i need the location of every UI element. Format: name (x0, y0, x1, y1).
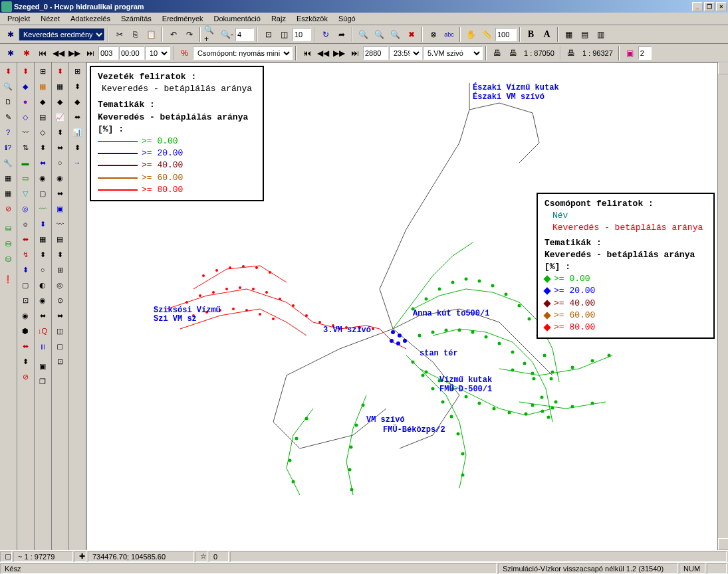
menu-rajz[interactable]: Rajz (267, 14, 291, 23)
vt3-13[interactable]: ⬍ (35, 247, 50, 262)
vt3-16[interactable]: ◉ (35, 293, 50, 308)
vt3-21[interactable]: ❐ (35, 374, 50, 389)
find-mag-icon[interactable]: 🔍 (388, 27, 403, 42)
close-button[interactable]: × (716, 2, 727, 11)
vt3-10[interactable]: 〰 (35, 201, 50, 216)
net-icon[interactable]: ✱ (3, 27, 18, 42)
vt1-3[interactable]: 🗋 (1, 94, 15, 109)
frame2-input[interactable] (363, 47, 388, 60)
vt4-11[interactable]: 〰 (53, 217, 67, 231)
vt4-18[interactable]: ◫ (53, 324, 67, 338)
vt2-1[interactable]: ⬍ (18, 64, 33, 78)
percent-icon[interactable]: % (177, 46, 192, 60)
vt1-1[interactable]: ⬍ (1, 64, 15, 78)
snap-icon[interactable]: ⊗ (425, 27, 441, 42)
vt4-5[interactable]: ⬍ (53, 125, 67, 140)
scale-input[interactable] (495, 28, 517, 41)
vt2-3[interactable]: ● (18, 94, 33, 109)
font-button[interactable]: A (539, 27, 554, 42)
pan-input[interactable] (293, 28, 311, 41)
vt3-7[interactable]: ⬌ (35, 155, 50, 170)
prev-icon[interactable]: ◀◀ (51, 46, 66, 60)
vt4-19[interactable]: ▢ (53, 339, 67, 353)
vt1-db2[interactable]: ⛁ (1, 237, 15, 251)
vt1-2[interactable]: 🔍 (1, 79, 15, 94)
prev2-icon[interactable]: ◀◀ (315, 46, 330, 60)
vt4-3[interactable]: ◆ (53, 94, 67, 109)
vt3-19[interactable]: ⫼ (35, 339, 50, 353)
pointer-icon[interactable]: ➦ (334, 27, 349, 42)
vt3-20[interactable]: ▣ (35, 359, 50, 373)
results-select[interactable]: Keveredés eredmények: v (19, 28, 105, 41)
cancel-icon[interactable]: ✖ (404, 27, 419, 42)
print3-icon[interactable]: 🖶 (564, 46, 579, 60)
vt3-6[interactable]: ⬍ (35, 140, 50, 155)
vt1-db1[interactable]: ⛁ (1, 221, 15, 236)
cut-icon[interactable]: ✂ (112, 27, 127, 42)
next2-icon[interactable]: ▶▶ (331, 46, 346, 60)
restore-button[interactable]: ❐ (704, 2, 715, 11)
refresh-icon[interactable]: ↻ (318, 27, 333, 42)
bold-button[interactable]: B (523, 27, 539, 42)
zoom-input[interactable] (235, 28, 254, 41)
vt5-4[interactable]: ⬌ (70, 110, 84, 124)
find-blue-icon[interactable]: 🔍 (372, 27, 387, 42)
hand-icon[interactable]: ✋ (463, 27, 479, 42)
vt1-10[interactable]: ⊘ (1, 201, 15, 216)
last-icon[interactable]: ⏭ (82, 46, 98, 60)
undo-icon[interactable]: ↶ (166, 27, 181, 42)
vt5-2[interactable]: ⬍ (70, 79, 84, 94)
vt2-19[interactable]: ⬌ (18, 339, 33, 353)
vt3-9[interactable]: ▢ (35, 186, 50, 201)
table1-icon[interactable]: ▦ (561, 27, 576, 42)
vt4-4[interactable]: 📈 (53, 110, 67, 124)
vt3-11[interactable]: ⬍ (35, 217, 50, 231)
vt1-8[interactable]: ▦ (1, 171, 15, 185)
vt1-4[interactable]: ✎ (1, 110, 15, 124)
print2-icon[interactable]: 🖶 (505, 46, 521, 60)
vt4-8[interactable]: ◉ (53, 171, 67, 185)
menu-projekt[interactable]: Projekt (3, 14, 35, 23)
vt2-15[interactable]: ▢ (18, 278, 33, 292)
vt2-7[interactable]: ▬ (18, 155, 33, 170)
vt4-12[interactable]: ▤ (53, 232, 67, 246)
vt3-18[interactable]: ↓Q (35, 324, 50, 338)
vt4-14[interactable]: ⊞ (53, 262, 67, 277)
find-red-icon[interactable]: 🔍 (356, 27, 371, 42)
win-input[interactable] (638, 47, 652, 60)
vt1-9[interactable]: ▦ (1, 186, 15, 201)
vt4-15[interactable]: ◎ (53, 278, 67, 292)
vt5-7[interactable]: → (70, 155, 84, 170)
vt3-14[interactable]: ○ (35, 262, 50, 277)
vt5-1[interactable]: ⊞ (70, 64, 84, 78)
vt4-20[interactable]: ⊡ (53, 354, 67, 369)
vt2-5[interactable]: 〰 (18, 125, 33, 140)
vt4-10[interactable]: ▣ (53, 201, 67, 216)
vt2-21[interactable]: ⊘ (18, 369, 33, 384)
vt2-4[interactable]: ◇ (18, 110, 33, 124)
vt3-1[interactable]: ⊞ (35, 64, 50, 78)
time2-select[interactable]: 23:59 (389, 47, 422, 60)
vt3-15[interactable]: ◐ (35, 278, 50, 292)
vt2-18[interactable]: ⬢ (18, 324, 33, 338)
zoom-window-icon[interactable]: ◫ (277, 27, 292, 42)
vt4-6[interactable]: ⬌ (53, 140, 67, 155)
vt2-11[interactable]: ⌾ (18, 217, 33, 231)
vt3-8[interactable]: ◉ (35, 171, 50, 185)
paste-icon[interactable]: 📋 (144, 27, 159, 42)
vt4-16[interactable]: ⊙ (53, 293, 67, 308)
vt2-13[interactable]: ↯ (18, 247, 33, 262)
vt2-2[interactable]: ◆ (18, 79, 33, 94)
zoom-out-icon[interactable]: 🔍- (219, 27, 235, 42)
last2-icon[interactable]: ⏭ (347, 46, 362, 60)
vt3-4[interactable]: ▤ (35, 110, 50, 124)
vt1-warn[interactable]: ❗ (1, 272, 15, 286)
vt2-20[interactable]: ⬍ (18, 354, 33, 369)
vt2-17[interactable]: ◉ (18, 308, 33, 323)
window-icon[interactable]: ▣ (622, 46, 638, 60)
net2-icon[interactable]: ✱ (3, 46, 18, 60)
vt4-13[interactable]: ⬍ (53, 247, 67, 262)
vertical-scrollbar[interactable] (717, 62, 728, 550)
vt2-16[interactable]: ⊡ (18, 293, 33, 308)
vt2-12[interactable]: ⬌ (18, 232, 33, 246)
